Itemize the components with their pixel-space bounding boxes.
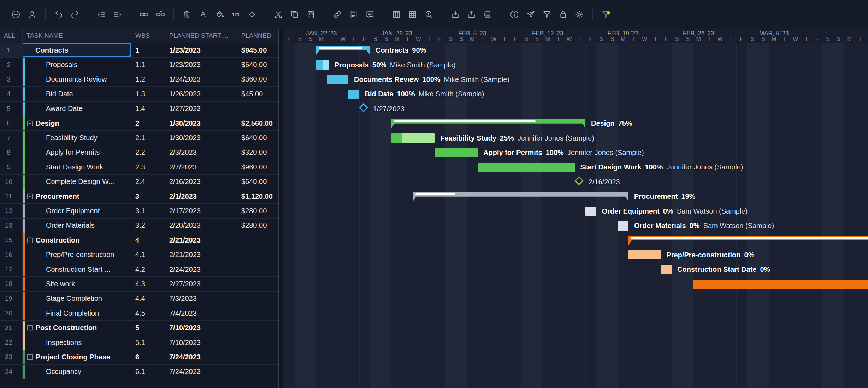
- row-number[interactable]: 9: [0, 160, 23, 174]
- collapse-icon[interactable]: [27, 237, 33, 243]
- row-number[interactable]: 7: [0, 131, 23, 145]
- task-bar[interactable]: [618, 221, 629, 231]
- planned-start-cell[interactable]: 7/3/2023: [165, 292, 237, 306]
- planned-start-cell[interactable]: 1/30/2023: [165, 116, 237, 130]
- header-planned-start[interactable]: PLANNED START ...: [165, 29, 237, 43]
- undo-icon[interactable]: [52, 8, 65, 21]
- planned-start-cell[interactable]: 7/4/2023: [165, 306, 237, 320]
- planned-cost-cell[interactable]: $960.00: [237, 160, 278, 174]
- wbs-cell[interactable]: 4.3: [131, 277, 165, 291]
- wbs-cell[interactable]: 5.1: [131, 335, 165, 350]
- collapse-icon[interactable]: [27, 354, 33, 360]
- planned-start-cell[interactable]: 1/24/2023: [165, 72, 237, 86]
- row-number[interactable]: 15: [0, 233, 23, 247]
- wbs-cell[interactable]: 4.2: [131, 262, 165, 276]
- task-bar[interactable]: [628, 250, 661, 259]
- planned-start-cell[interactable]: 2/20/2023: [165, 219, 237, 233]
- planned-cost-cell[interactable]: [237, 350, 278, 364]
- wbs-cell[interactable]: 1.3: [131, 87, 165, 101]
- selection-drag-handle[interactable]: [129, 55, 131, 57]
- row-number[interactable]: 16: [0, 247, 23, 262]
- font-style-icon[interactable]: [197, 8, 209, 21]
- task-cell[interactable]: Project Closing Phase: [23, 350, 131, 364]
- row-number[interactable]: 10: [0, 175, 23, 189]
- header-planned[interactable]: PLANNED: [237, 29, 278, 43]
- collapse-icon[interactable]: [27, 193, 33, 199]
- shape-icon[interactable]: [246, 8, 258, 21]
- settings-icon[interactable]: [573, 8, 586, 21]
- wbs-cell[interactable]: 1.2: [131, 72, 165, 86]
- row-number[interactable]: 4: [0, 87, 23, 101]
- row-number[interactable]: 2: [0, 58, 23, 72]
- row-number[interactable]: 11: [0, 189, 23, 203]
- planned-cost-cell[interactable]: [237, 102, 278, 116]
- wbs-cell[interactable]: 4.1: [131, 247, 165, 262]
- collapse-icon[interactable]: [27, 120, 33, 126]
- task-bar[interactable]: [661, 265, 672, 274]
- wbs-cell[interactable]: 2.2: [131, 145, 165, 160]
- task-bar[interactable]: [348, 90, 359, 99]
- row-number[interactable]: 8: [0, 145, 23, 160]
- planned-start-cell[interactable]: 2/21/2023: [165, 233, 237, 247]
- planned-cost-cell[interactable]: $540.00: [237, 58, 278, 72]
- row-number[interactable]: 20: [0, 306, 23, 320]
- planned-cost-cell[interactable]: $45.00: [237, 87, 278, 101]
- planned-cost-cell[interactable]: $360.00: [237, 72, 278, 86]
- planned-cost-cell[interactable]: [237, 292, 278, 306]
- task-cell[interactable]: Complete Design W...: [23, 175, 131, 189]
- notes-icon[interactable]: [347, 8, 360, 21]
- task-cell[interactable]: Final Completion: [23, 306, 131, 320]
- milestone-diamond[interactable]: [574, 176, 583, 185]
- task-cell[interactable]: Feasibility Study: [23, 131, 131, 145]
- task-cell[interactable]: Order Materials: [23, 219, 131, 233]
- task-cell[interactable]: Apply for Permits: [23, 145, 131, 160]
- planned-start-cell[interactable]: 2/3/2023: [165, 145, 237, 160]
- task-cell[interactable]: Design: [23, 116, 131, 130]
- planned-cost-cell[interactable]: $640.00: [237, 175, 278, 189]
- trash-icon[interactable]: [181, 8, 193, 21]
- planned-cost-cell[interactable]: $1,120.00: [237, 189, 278, 203]
- wbs-cell[interactable]: 3.1: [131, 204, 165, 218]
- milestone-diamond[interactable]: [359, 103, 368, 112]
- header-task-name[interactable]: TASK NAME: [23, 29, 131, 43]
- wbs-cell[interactable]: 2.3: [131, 160, 165, 174]
- wbs-cell[interactable]: 4: [131, 233, 165, 247]
- task-cell[interactable]: Procurement: [23, 189, 131, 203]
- header-wbs[interactable]: WBS: [131, 29, 165, 43]
- planned-start-cell[interactable]: 7/10/2023: [165, 335, 237, 350]
- task-bar[interactable]: [478, 163, 575, 172]
- task-cell[interactable]: Award Date: [23, 102, 131, 116]
- redo-icon[interactable]: [69, 8, 81, 21]
- filter-icon[interactable]: [541, 8, 553, 21]
- planned-cost-cell[interactable]: [237, 321, 278, 335]
- planned-start-cell[interactable]: 7/24/2023: [165, 365, 237, 379]
- row-number[interactable]: 17: [0, 262, 23, 276]
- paste-icon[interactable]: [305, 8, 317, 21]
- row-number[interactable]: 6: [0, 116, 23, 130]
- planned-cost-cell[interactable]: [237, 335, 278, 350]
- task-cell[interactable]: Site work: [23, 277, 131, 291]
- planned-start-cell[interactable]: 2/17/2023: [165, 204, 237, 218]
- planned-cost-cell[interactable]: $280.00: [237, 219, 278, 233]
- row-number[interactable]: 19: [0, 292, 23, 306]
- planned-start-cell[interactable]: 1/26/2023: [165, 87, 237, 101]
- planned-cost-cell[interactable]: [237, 277, 278, 291]
- task-bar[interactable]: [316, 60, 329, 70]
- wbs-cell[interactable]: 4.4: [131, 292, 165, 306]
- task-cell[interactable]: Proposals: [23, 58, 131, 72]
- row-number[interactable]: 18: [0, 277, 23, 291]
- task-bar[interactable]: [391, 133, 435, 143]
- planned-cost-cell[interactable]: $2,560.00: [237, 116, 278, 130]
- grid-view-icon[interactable]: [406, 8, 419, 21]
- import-icon[interactable]: [449, 8, 462, 21]
- task-cell[interactable]: Inspections: [23, 335, 131, 350]
- panel-resize-divider[interactable]: [278, 29, 283, 388]
- planned-cost-cell[interactable]: [237, 262, 278, 276]
- indent-icon[interactable]: [111, 8, 124, 21]
- planned-start-cell[interactable]: 2/1/2023: [165, 189, 237, 203]
- number-format-icon[interactable]: 123: [229, 8, 242, 21]
- task-cell[interactable]: Order Equipment: [23, 204, 131, 218]
- row-number[interactable]: 24: [0, 365, 23, 379]
- task-cell[interactable]: Occupancy: [23, 365, 131, 379]
- planned-start-cell[interactable]: 2/21/2023: [165, 247, 237, 262]
